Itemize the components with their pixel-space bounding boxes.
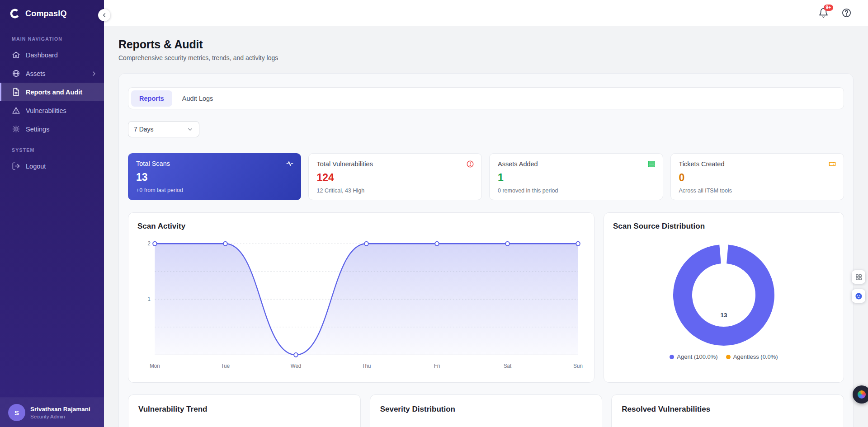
charts-row: Scan Activity 12MonTueWedThuFriSatSun Sc… [128, 212, 844, 383]
app-name: CompasIQ [25, 9, 67, 19]
widget-logo-button[interactable] [852, 289, 865, 303]
svg-text:Tue: Tue [221, 362, 230, 369]
avatar: S [8, 404, 25, 421]
ticket-icon [828, 160, 836, 168]
help-icon [841, 8, 852, 18]
globe-icon [12, 69, 20, 78]
activity-icon [286, 160, 294, 168]
svg-text:Wed: Wed [291, 362, 301, 369]
stat-value: 13 [136, 171, 293, 183]
chevron-right-icon [90, 70, 98, 77]
legend-dot [726, 355, 731, 359]
chart-title: Severity Distribution [380, 405, 592, 414]
svg-text:Thu: Thu [362, 362, 371, 369]
stat-card-tickets-created: Tickets Created 0 Across all ITSM tools [670, 153, 844, 200]
tab-reports[interactable]: Reports [131, 90, 172, 107]
stat-card-total-vulnerabilities: Total Vulnerabilities 124 12 Critical, 4… [308, 153, 482, 200]
stats-row: Total Scans 13 +0 from last period Total… [128, 153, 844, 200]
period-select[interactable]: 7 Days [128, 121, 199, 137]
home-icon [12, 51, 20, 59]
legend-label: Agent (100.0%) [677, 353, 717, 360]
sidebar-item-reports-and-audit[interactable]: Reports and Audit [0, 83, 104, 101]
nav-section-main: MAIN NAVIGATION [0, 27, 104, 46]
svg-text:Sat: Sat [504, 362, 512, 369]
sidebar-item-label: Logout [26, 163, 46, 170]
legend-dot [670, 355, 674, 359]
chart-title: Vulnerability Trend [138, 405, 350, 414]
chevron-down-icon [187, 126, 193, 133]
svg-text:Fri: Fri [434, 362, 440, 369]
sidebar-collapse-button[interactable] [98, 9, 110, 21]
app-logo: CompasIQ [0, 0, 104, 27]
sidebar: CompasIQ MAIN NAVIGATION Dashboard Asset… [0, 0, 104, 427]
stat-subtitle: Across all ITSM tools [679, 188, 836, 194]
svg-text:Sun: Sun [573, 362, 583, 369]
server-icon [647, 160, 656, 168]
notification-badge: 9+ [824, 5, 833, 11]
floating-action-button[interactable] [853, 385, 868, 404]
page-title: Reports & Audit [118, 38, 854, 51]
scan-activity-chart: 12MonTueWedThuFriSatSun [137, 235, 585, 373]
svg-text:1: 1 [147, 296, 151, 302]
file-text-icon [12, 88, 20, 96]
colorful-swirl-icon [858, 390, 866, 399]
topbar: 9+ [104, 0, 868, 26]
scan-activity-card: Scan Activity 12MonTueWedThuFriSatSun [128, 212, 594, 383]
notifications-button[interactable]: 9+ [818, 8, 829, 18]
stat-value: 124 [317, 172, 474, 184]
nav-section-system: SYSTEM [0, 138, 104, 157]
help-button[interactable] [841, 8, 852, 18]
chart-legend: Agent (100.0%) Agentless (0.0%) [670, 353, 778, 360]
sidebar-item-label: Dashboard [26, 52, 58, 59]
sidebar-item-label: Settings [26, 126, 49, 133]
stat-title: Assets Added [498, 160, 655, 168]
stat-card-total-scans: Total Scans 13 +0 from last period [128, 153, 301, 200]
bottom-cards-row: Vulnerability Trend Severity Distributio… [128, 394, 844, 427]
logout-icon [12, 162, 20, 170]
grid-icon [855, 273, 863, 281]
svg-text:Mon: Mon [150, 362, 160, 369]
sidebar-item-label: Reports and Audit [26, 89, 82, 96]
stat-subtitle: 0 removed in this period [498, 188, 655, 194]
sidebar-item-label: Assets [26, 70, 46, 77]
severity-distribution-card: Severity Distribution [370, 394, 603, 427]
stat-subtitle: 12 Critical, 43 High [317, 188, 474, 194]
sidebar-item-assets[interactable]: Assets [0, 64, 104, 83]
user-role: Security Admin [30, 414, 90, 419]
donut-total-label: 13 [673, 312, 775, 319]
resolved-vulnerabilities-card: Resolved Vulnerabilities [611, 394, 844, 427]
user-profile[interactable]: S Srivathsan Rajamani Security Admin [0, 398, 104, 427]
main-content: Reports & Audit Comprehensive security m… [104, 26, 868, 427]
stat-subtitle: +0 from last period [136, 187, 293, 193]
user-name: Srivathsan Rajamani [30, 406, 90, 413]
sidebar-item-vulnerabilities[interactable]: Vulnerabilities [0, 101, 104, 120]
stat-value: 1 [498, 172, 655, 184]
legend-item-agent: Agent (100.0%) [670, 353, 717, 360]
stat-title: Total Scans [136, 160, 293, 167]
gear-icon [12, 125, 20, 133]
alert-triangle-icon [12, 106, 20, 115]
alert-circle-icon [466, 160, 474, 168]
sidebar-item-settings[interactable]: Settings [0, 120, 104, 138]
legend-item-agentless: Agentless (0.0%) [726, 353, 778, 360]
sidebar-item-logout[interactable]: Logout [0, 157, 104, 175]
stat-title: Total Vulnerabilities [317, 160, 474, 168]
reports-panel: Reports Audit Logs 7 Days Total Scans 13… [118, 73, 854, 427]
period-select-value: 7 Days [134, 126, 154, 133]
app-logo-icon [9, 8, 21, 19]
stat-title: Tickets Created [679, 160, 836, 168]
widget-grid-button[interactable] [852, 270, 865, 284]
tab-audit-logs[interactable]: Audit Logs [174, 90, 222, 107]
sidebar-item-label: Vulnerabilities [26, 107, 66, 114]
sidebar-item-dashboard[interactable]: Dashboard [0, 46, 104, 64]
chart-title: Scan Activity [137, 222, 585, 231]
chart-title: Resolved Vulnerabilities [622, 405, 834, 414]
scan-source-card: Scan Source Distribution 13 Agent (100.0… [604, 212, 844, 383]
tab-bar: Reports Audit Logs [128, 87, 844, 109]
chart-title: Scan Source Distribution [613, 222, 835, 231]
chevron-left-icon [101, 12, 108, 19]
svg-text:2: 2 [147, 240, 150, 247]
stat-card-assets-added: Assets Added 1 0 removed in this period [489, 153, 663, 200]
legend-label: Agentless (0.0%) [733, 353, 778, 360]
smiley-logo-icon [855, 292, 863, 300]
